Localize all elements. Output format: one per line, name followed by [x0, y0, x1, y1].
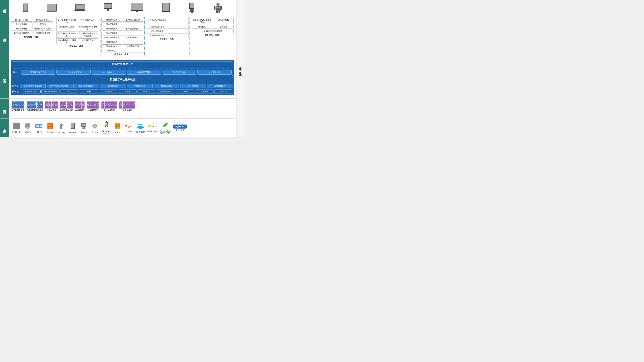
main-content: 展示层	[0, 0, 236, 137]
data-layer-label: 数据层	[0, 98, 9, 118]
mq-icon: MQ/MQTT	[173, 124, 187, 129]
svg-rect-52	[61, 125, 62, 126]
svg-rect-72	[105, 126, 106, 127]
cyl-algo-5: 学习模型	[114, 101, 117, 108]
platform-bus: 机场数字孪生服务总线	[12, 77, 233, 82]
app-cell: 滑行路线优化	[11, 27, 32, 30]
svg-rect-10	[107, 9, 109, 10]
network-icon	[35, 123, 42, 130]
cyl-algo-3: 预测模型	[108, 101, 111, 108]
support-perception: 感知设备	[57, 122, 66, 134]
func-btn-4[interactable]: 运行保障与推演	[127, 70, 161, 75]
svc-btn-2[interactable]: 数字孪生综合场景服务	[46, 84, 72, 88]
support-os: 🐧 Linux 操作系统	[102, 121, 111, 135]
tech-btn-10[interactable]: 知识图谱	[195, 89, 214, 94]
svg-rect-57	[82, 124, 86, 126]
support-positioning: 定位设备	[90, 122, 100, 134]
cyl-kpi-1: 省份指标	[87, 101, 90, 108]
svg-rect-30	[216, 11, 218, 13]
db-group-rules: 数据源 数据集 数据标准 实体规则库	[74, 100, 85, 112]
db-group-spatial: 功能单元 建筑单元 楼层单元 房间单元	[44, 100, 58, 112]
svg-point-69	[106, 122, 106, 123]
tech-btn-11[interactable]: 规则引擎	[214, 89, 233, 94]
db-name-rules: 实体规则库	[75, 108, 84, 112]
app-cell: 旅客精准自助服务	[56, 25, 77, 31]
support-database: 数据库	[113, 122, 122, 134]
tech-btn-7[interactable]: 虚拟仿真	[138, 89, 156, 94]
app-cell: GTC仿真可视化	[78, 18, 98, 24]
svg-rect-21	[190, 9, 194, 11]
linux-icon	[103, 121, 110, 130]
func-btn-3[interactable]: 运行指标评价	[92, 70, 126, 75]
app-cell	[123, 22, 144, 26]
svg-rect-31	[218, 11, 220, 13]
svc-btn-1[interactable]: 数字孪生综合地图服务	[20, 84, 46, 88]
cyl-3d-3: 孪生场景区	[33, 101, 36, 108]
support-security: 安全设备	[46, 122, 55, 134]
cyl-3d-4: 孪生实体区	[36, 101, 40, 108]
svg-rect-59	[82, 129, 86, 129]
spring-cloud-icon	[161, 122, 170, 129]
svg-rect-6	[76, 4, 84, 9]
app-cell: 故障处置	[213, 25, 234, 28]
cyl-mgmt-2: 角色权限	[122, 101, 126, 108]
app-cell	[168, 18, 188, 24]
tech-btn-8[interactable]: 多源数据融合	[157, 89, 175, 94]
support-label-os: 操作系统	[103, 133, 110, 135]
cyl-sp-4: 房间单元	[55, 101, 58, 108]
cyl-sp-3: 楼层单元	[52, 101, 55, 108]
svg-rect-27	[218, 7, 220, 8]
svg-point-35	[18, 123, 19, 124]
platform-layer-row: 平台层 机场数字孪生门户 功能： 业务场景模拟仿真 业务场景仿真推演 运行指标评…	[0, 58, 236, 98]
app-group-title: 智能安防（视图）	[147, 38, 188, 41]
svc-btn-8[interactable]: 分析预测服务	[207, 84, 233, 88]
spring-cloud-brand: Spring Cloud	[160, 130, 171, 132]
tech-btn-9[interactable]: 大数据	[176, 89, 194, 94]
tech-btn-5[interactable]: 流程引擎	[99, 89, 118, 94]
svg-point-76	[115, 127, 120, 129]
app-cell: 生产运行可视化	[11, 18, 32, 22]
cyl-kpi-4: 环境指标	[96, 101, 99, 108]
cyl-ent-3: 实体属性	[66, 101, 70, 108]
support-label-mobile: 移动设备	[69, 131, 76, 134]
app-group-equipment: 全生命周期设备数字化管理 虚拟辅助巡检 运行仿真 故障处置 设备运行模拟仿真监管…	[191, 17, 235, 57]
svg-rect-82	[141, 124, 142, 125]
tech-btn-4[interactable]: EDA	[80, 89, 98, 94]
support-label-microservice: 微服务中间件	[160, 132, 170, 134]
data-layer-content: 矢量图 影像图 红外图	[9, 98, 236, 118]
support-backup: symantec. 数据备份软件	[148, 123, 158, 133]
cyl-3d-1: 修建设施	[27, 101, 30, 108]
tech-btn-6[interactable]: 微服务	[118, 89, 137, 94]
cyl-3d-2: BIM模型	[30, 101, 33, 108]
support-label-special: 专用设备	[80, 131, 87, 134]
tech-btn-2[interactable]: UE4与GIS融合	[42, 89, 60, 94]
func-btn-2[interactable]: 业务场景仿真推演	[56, 70, 90, 75]
svc-label: 服务：	[12, 84, 18, 87]
svc-btn-4[interactable]: 空间区划服务	[100, 84, 126, 88]
svc-btn-6[interactable]: 数据融合服务	[154, 84, 179, 88]
svc-btn-3[interactable]: 数字孪生仿真服务	[74, 84, 99, 88]
tech-btn-3[interactable]: ETL	[60, 89, 79, 94]
app-cell: 货运与特殊旅客服务管理	[56, 31, 77, 38]
svc-btn-5[interactable]: 孪生实体服务	[127, 84, 152, 88]
tech-btn-1[interactable]: BIM与GIS融合	[22, 89, 40, 94]
device-desktop	[103, 3, 113, 13]
svg-rect-25	[216, 6, 221, 11]
support-label-network: 网络设备	[36, 131, 42, 133]
app-group-title: 旅客服务（视图）	[56, 45, 98, 48]
svg-rect-15	[134, 12, 140, 12]
support-server: 服务器/主机	[12, 123, 21, 133]
svg-rect-50	[60, 126, 62, 129]
support-network: 网络设备	[34, 123, 44, 133]
svc-btn-7[interactable]: 运行事件服务	[180, 84, 206, 88]
func-btn-1[interactable]: 业务场景模拟仿真	[21, 70, 55, 75]
func-btn-6[interactable]: 运行态势预测	[198, 70, 232, 75]
app-cell	[168, 25, 188, 28]
db-name-3d: 三维场景暂存数据库	[26, 108, 43, 112]
svg-rect-54	[71, 123, 74, 128]
app-cell: 旅客卡机与中转引导服务	[56, 38, 77, 44]
func-btn-5[interactable]: 综合服务保障	[162, 70, 196, 75]
cyl-map-1: 矢量图	[12, 101, 14, 108]
app-group-title: 设备运维（视图）	[192, 33, 234, 36]
svg-rect-9	[104, 4, 112, 8]
